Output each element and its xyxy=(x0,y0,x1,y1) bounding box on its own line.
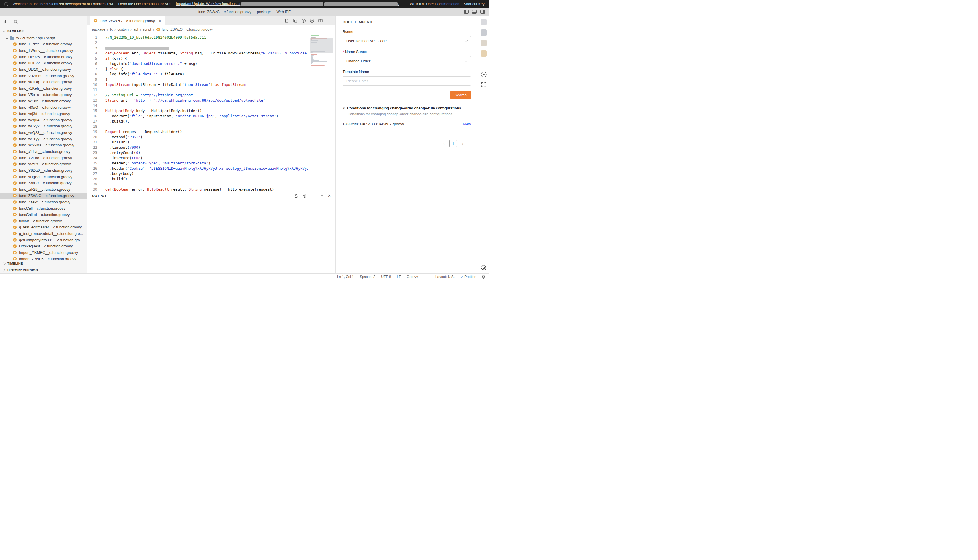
code-line[interactable]: def(Boolean err, Object fileData, String… xyxy=(105,51,335,56)
redacted-panel-icon[interactable] xyxy=(481,19,487,25)
redacted-panel-icon[interactable] xyxy=(481,40,487,46)
code-line[interactable]: def(Boolean error, HttpResult result, St… xyxy=(105,187,335,191)
file-item[interactable]: func_V0Zmm__c.function.groovy xyxy=(0,72,87,79)
search-icon[interactable] xyxy=(13,20,18,24)
file-item[interactable]: func_Y2L88__c.function.groovy xyxy=(0,155,87,161)
code-line[interactable]: .method("POST") xyxy=(105,135,335,140)
output-more-actions-icon[interactable]: ··· xyxy=(311,194,316,198)
run-debug-icon[interactable] xyxy=(481,71,487,78)
collapse-panel-icon[interactable] xyxy=(320,194,324,198)
lock-icon[interactable] xyxy=(294,194,298,198)
shortcut-key-link[interactable]: Shortcut Key xyxy=(464,2,485,6)
file-item[interactable]: funcCalled__c.function.groovy xyxy=(0,212,87,218)
code-line[interactable]: .insecure(true) xyxy=(105,155,335,161)
files-icon[interactable] xyxy=(4,20,9,24)
file-item[interactable]: func_Y6Da9__c.function.groovy xyxy=(0,167,87,174)
toggle-panel-icon[interactable] xyxy=(472,10,477,14)
run-icon[interactable] xyxy=(310,18,314,23)
breadcrumb-item[interactable]: custom xyxy=(117,27,129,32)
encoding-setting[interactable]: UTF-8 xyxy=(381,275,391,279)
webide-documentation-link[interactable]: WEB IDE User Documentation xyxy=(410,2,459,6)
file-item[interactable]: func_Zzexf__c.function.groovy xyxy=(0,199,87,205)
code-line[interactable] xyxy=(105,182,335,187)
redacted-panel-icon[interactable] xyxy=(481,50,487,57)
file-item[interactable]: func_z3kB9__c.function.groovy xyxy=(0,180,87,186)
tab-func-zswzg[interactable]: func_ZSWzG__c.function.groovy × xyxy=(90,16,165,25)
code-line[interactable]: .url(url) xyxy=(105,140,335,145)
file-item[interactable]: Import_Z7NE5__c.function.groovy xyxy=(0,255,87,260)
file-item[interactable]: func_vc1kx__c.function.groovy xyxy=(0,98,87,104)
file-item[interactable]: func_zrk28__c.function.groovy xyxy=(0,186,87,193)
file-item[interactable]: func_V5o1s__c.function.groovy xyxy=(0,92,87,98)
breadcrumb-item[interactable]: script xyxy=(143,27,152,32)
breadcrumb-item[interactable]: package xyxy=(92,27,105,32)
code-line[interactable]: .header("Content-Type", "multipart/form-… xyxy=(105,161,335,166)
split-editor-icon[interactable] xyxy=(318,18,323,23)
file-item[interactable]: func_WS2Ms__c.function.groovy xyxy=(0,142,87,148)
next-page-icon[interactable]: › xyxy=(462,141,463,146)
toggle-right-panel-icon[interactable] xyxy=(480,10,485,14)
timeline-section-header[interactable]: TIMELINE xyxy=(0,260,87,267)
file-item[interactable]: func_yHgBd__c.function.groovy xyxy=(0,173,87,180)
output-settings-gear-icon[interactable] xyxy=(302,193,307,198)
keyboard-layout[interactable]: Layout: U.S. xyxy=(435,275,455,279)
editor-more-actions-icon[interactable]: ··· xyxy=(327,18,331,23)
file-item[interactable]: g_test_removedetail__c.function.gro... xyxy=(0,230,87,237)
current-page[interactable]: 1 xyxy=(450,140,457,147)
breadcrumb-item[interactable]: fx xyxy=(110,27,113,32)
file-item[interactable]: func_ZSWzG__c.function.groovy xyxy=(0,193,87,199)
file-item[interactable]: func_v1Keh__c.function.groovy xyxy=(0,85,87,92)
code-line[interactable]: //N_202205_19_bb5f6dae19824002b4009f95f5… xyxy=(105,35,335,40)
package-section-header[interactable]: PACKAGE xyxy=(0,28,87,35)
redacted-panel-icon[interactable] xyxy=(481,29,487,36)
eol-setting[interactable]: LF xyxy=(397,275,401,279)
file-item[interactable]: func_wS1yy__c.function.groovy xyxy=(0,136,87,142)
language-mode[interactable]: Groovy xyxy=(407,275,418,279)
cursor-position[interactable]: Ln 1, Col 1 xyxy=(337,275,354,279)
code-line[interactable]: // String url = 'http://httpbin.org/post… xyxy=(105,93,335,98)
file-item[interactable]: fuxian__c.function.groovy xyxy=(0,218,87,224)
file-item[interactable]: func_UtJ10__c.function.groovy xyxy=(0,67,87,73)
code-editor[interactable]: 1234567891011121314151617181920212223242… xyxy=(87,33,335,191)
code-line[interactable]: } xyxy=(105,77,335,82)
file-item[interactable]: func_TFdx2__c.function.groovy xyxy=(0,41,87,47)
expand-icon[interactable] xyxy=(481,82,487,88)
file-item[interactable]: func_wrQ23__c.function.groovy xyxy=(0,130,87,136)
template-name-input[interactable] xyxy=(343,76,471,85)
file-item[interactable]: func_UB925__c.function.groovy xyxy=(0,53,87,60)
file-item[interactable]: func_TWrmv__c.function.groovy xyxy=(0,47,87,54)
file-item[interactable]: Import_YBMBC__c.function.groovy xyxy=(0,250,87,256)
notifications-bell-icon[interactable] xyxy=(482,275,485,279)
minimap[interactable] xyxy=(308,33,335,191)
code-line[interactable]: .retryCount(0) xyxy=(105,150,335,155)
scene-select[interactable]: User-Defined APL Code xyxy=(343,36,471,45)
code-line[interactable]: InputStream inputStream = fileData['inpu… xyxy=(105,82,335,87)
code-line[interactable]: .build() xyxy=(105,177,335,182)
prev-page-icon[interactable]: ‹ xyxy=(443,141,445,146)
code-line[interactable] xyxy=(105,124,335,129)
sidebar-more-actions-icon[interactable]: ··· xyxy=(78,20,83,24)
breadcrumb-item[interactable]: func_ZSWzG__c.function.groovy xyxy=(162,27,213,32)
search-button[interactable]: Search xyxy=(450,91,471,99)
code-line[interactable]: if (err) { xyxy=(105,56,335,61)
close-panel-icon[interactable]: × xyxy=(328,193,331,198)
code-line[interactable]: .build(); xyxy=(105,119,335,124)
code-line[interactable]: MultipartBody body = MultipartBody.build… xyxy=(105,108,335,113)
folder-script-row[interactable]: fx / custom / apl / script xyxy=(0,35,87,41)
tab-close-icon[interactable]: × xyxy=(158,18,161,23)
copy-icon[interactable] xyxy=(293,18,297,23)
new-file-icon[interactable] xyxy=(284,18,289,23)
code-line[interactable]: .addPart("file", inputStream, 'WechatIMG… xyxy=(105,113,335,119)
code-line[interactable]: .timeout(7000) xyxy=(105,145,335,150)
file-item[interactable]: HttpRequest__c.function.groovy xyxy=(0,243,87,250)
code-line[interactable]: .body(body) xyxy=(105,171,335,177)
publish-icon[interactable] xyxy=(301,18,306,23)
indentation-setting[interactable]: Spaces: 2 xyxy=(360,275,375,279)
code-line[interactable] xyxy=(105,87,335,93)
settings-gear-icon[interactable] xyxy=(481,265,487,271)
file-item[interactable]: funcCall__c.function.groovy xyxy=(0,205,87,212)
code-line[interactable]: } else { xyxy=(105,67,335,72)
file-item[interactable]: func_y5z2s__c.function.groovy xyxy=(0,161,87,167)
file-item[interactable]: func_wHxy2__c.function.groovy xyxy=(0,123,87,130)
file-item[interactable]: getCompanyInfo001__c.function.gro... xyxy=(0,237,87,243)
